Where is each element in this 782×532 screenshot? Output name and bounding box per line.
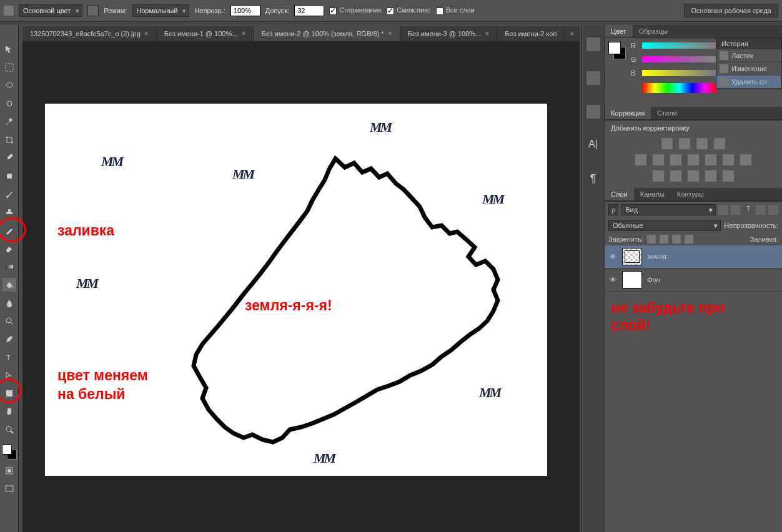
color-chip[interactable] — [608, 42, 626, 59]
exposure-icon[interactable] — [714, 138, 725, 149]
pattern-picker-icon[interactable] — [87, 5, 99, 16]
blend-mode-select[interactable]: Нормальный — [132, 4, 189, 17]
filter-type-icon[interactable]: T — [743, 205, 753, 215]
brightness-icon[interactable] — [661, 138, 673, 149]
crop-tool-icon[interactable] — [2, 133, 16, 147]
wand-tool-icon[interactable] — [2, 115, 16, 129]
antialias-checkbox[interactable]: Сглаживание — [329, 6, 382, 14]
selective-color-icon[interactable] — [723, 170, 734, 182]
tab-channels[interactable]: Каналы — [634, 188, 671, 200]
tolerance-input[interactable]: 32 — [294, 5, 324, 16]
colorlookup-icon[interactable] — [740, 154, 751, 165]
screenmode-icon[interactable] — [2, 482, 16, 496]
spectrum-ramp[interactable] — [642, 83, 717, 93]
tab-color[interactable]: Цвет — [605, 25, 633, 37]
filter-kind-select[interactable]: Вид — [621, 204, 716, 215]
layer-thumb[interactable] — [622, 271, 642, 288]
brush-tool-icon[interactable] — [2, 187, 16, 201]
lock-position-icon[interactable] — [672, 235, 681, 244]
quick-select-tool-icon[interactable] — [2, 97, 16, 111]
layer-item[interactable]: 👁 Фон — [605, 268, 782, 292]
posterize-icon[interactable] — [670, 170, 681, 182]
gradient-map-icon[interactable] — [705, 170, 716, 182]
pen-tool-icon[interactable] — [2, 332, 16, 346]
all-layers-checkbox[interactable]: Все слои — [436, 6, 475, 14]
right-panel-stack: Цвет Образцы R G B Коррекция Стили Добав… — [604, 25, 782, 532]
marquee-tool-icon[interactable] — [2, 61, 16, 74]
bucket-tool-icon[interactable] — [2, 278, 16, 292]
history-item[interactable]: Изменение — [716, 62, 781, 76]
r-label: R — [631, 42, 638, 49]
filter-pixel-icon[interactable] — [718, 205, 728, 215]
doc-tab[interactable]: Без имени-2 @ 100% (земля, RGB/8) *× — [254, 26, 400, 41]
doc-tab[interactable]: 13250702343_e8acfe5a7c_o (2).jpg× — [22, 26, 157, 41]
tab-overflow-icon[interactable]: » — [565, 26, 578, 41]
dodge-tool-icon[interactable] — [2, 314, 16, 328]
doc-tab[interactable]: Без имени-1 @ 100%...× — [157, 26, 254, 41]
tab-history[interactable]: История — [716, 38, 781, 49]
filter-smart-icon[interactable] — [768, 205, 778, 215]
tab-styles[interactable]: Стили — [651, 107, 683, 119]
hue-icon[interactable] — [653, 154, 664, 165]
character-panel-icon[interactable]: A| — [586, 139, 600, 152]
colorbalance-icon[interactable] — [670, 154, 681, 165]
visibility-icon[interactable]: 👁 — [608, 252, 617, 261]
zoom-tool-icon[interactable] — [2, 423, 16, 436]
history-item[interactable]: Удалить сл — [716, 76, 781, 89]
quickmask-icon[interactable] — [2, 464, 16, 478]
layer-blend-select[interactable]: Обычные — [608, 220, 721, 231]
canvas[interactable]: ММ ММ ММ ММ ММ ММ ММ земля-я-я-я! — [45, 104, 547, 476]
workspace-button[interactable]: Основная рабочая среда — [684, 4, 778, 17]
bw-icon[interactable] — [688, 154, 699, 165]
layer-thumb[interactable] — [622, 248, 642, 265]
brush-panel-icon[interactable] — [586, 71, 600, 85]
filter-adj-icon[interactable] — [731, 205, 741, 215]
channelmixer-icon[interactable] — [723, 154, 734, 165]
layer-item[interactable]: 👁 земля — [605, 245, 782, 268]
close-icon[interactable]: × — [485, 29, 489, 38]
move-tool-icon[interactable] — [2, 42, 16, 56]
healing-tool-icon[interactable] — [2, 169, 16, 183]
invert-icon[interactable] — [653, 170, 664, 182]
tab-swatches[interactable]: Образцы — [633, 25, 674, 37]
type-tool-icon[interactable]: T — [2, 350, 16, 364]
levels-icon[interactable] — [679, 138, 690, 149]
lock-transparent-icon[interactable] — [647, 235, 656, 244]
color-swatch[interactable] — [2, 445, 17, 460]
fill-source-select[interactable]: Основной цвет — [19, 4, 82, 17]
svg-rect-3 — [7, 174, 12, 179]
lock-all-icon[interactable] — [685, 235, 693, 244]
close-icon[interactable]: × — [144, 29, 149, 38]
photofilter-icon[interactable] — [705, 154, 716, 165]
vibrance-icon[interactable] — [635, 154, 646, 165]
tab-adjustments[interactable]: Коррекция — [605, 107, 651, 119]
close-icon[interactable]: × — [388, 29, 392, 38]
contiguous-checkbox[interactable]: Смеж.пикс — [387, 6, 430, 14]
history-panel-icon[interactable] — [586, 37, 600, 51]
opacity-input[interactable]: 100% — [230, 5, 260, 16]
hand-tool-icon[interactable] — [2, 405, 16, 418]
threshold-icon[interactable] — [688, 170, 699, 182]
paragraph-panel-icon[interactable]: ¶ — [586, 172, 600, 186]
layer-name[interactable]: Фон — [647, 276, 660, 283]
close-icon[interactable]: × — [241, 29, 245, 38]
curves-icon[interactable] — [696, 138, 708, 149]
tab-paths[interactable]: Контуры — [671, 188, 710, 200]
delete-layer-icon — [720, 77, 728, 86]
filter-type-icon[interactable]: ρ — [608, 204, 618, 215]
filter-shape-icon[interactable] — [756, 205, 766, 215]
eraser-tool-icon[interactable] — [2, 242, 16, 255]
lasso-tool-icon[interactable] — [2, 79, 16, 92]
history-item[interactable]: Ластик — [716, 49, 781, 62]
clone-panel-icon[interactable] — [586, 105, 600, 119]
eyedropper-tool-icon[interactable] — [2, 151, 16, 165]
lock-pixels-icon[interactable] — [660, 235, 668, 244]
doc-tab[interactable]: Без имени-3 @ 100%...× — [400, 26, 498, 41]
visibility-icon[interactable]: 👁 — [608, 275, 617, 284]
doc-tab[interactable]: Без имени-2 коп — [497, 26, 565, 41]
layer-name[interactable]: земля — [647, 253, 666, 260]
blur-tool-icon[interactable] — [2, 296, 16, 310]
layer-opacity-label: Непрозрачность: — [725, 222, 778, 229]
gradient-tool-icon[interactable] — [2, 260, 16, 273]
tab-layers[interactable]: Слои — [605, 188, 634, 200]
